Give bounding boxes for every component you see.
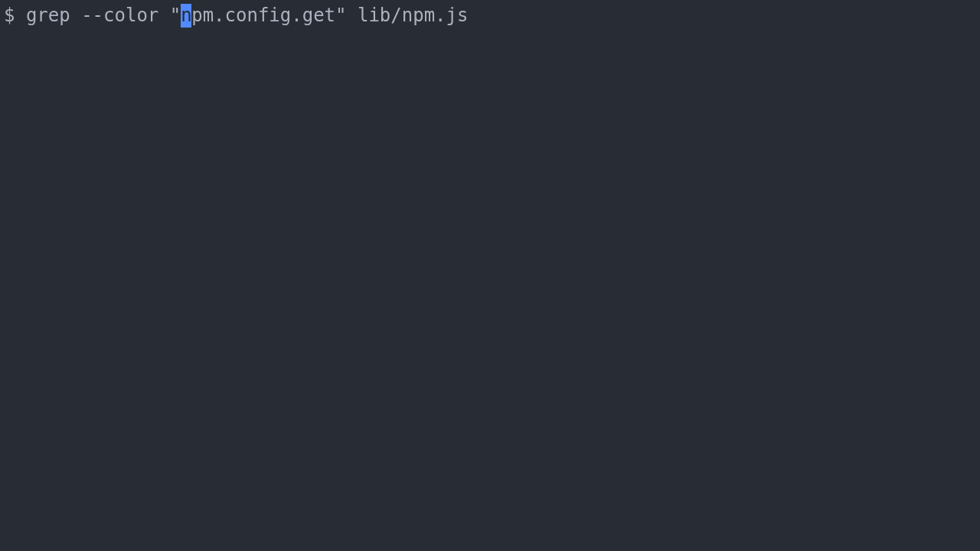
shell-prompt: $	[4, 4, 26, 28]
command-text-after: pm.config.get" lib/npm.js	[191, 4, 468, 28]
text-cursor: n	[181, 4, 191, 28]
command-line[interactable]: $ grep --color "npm.config.get" lib/npm.…	[4, 4, 976, 28]
command-text-before: grep --color "	[26, 4, 181, 28]
terminal-window[interactable]: $ grep --color "npm.config.get" lib/npm.…	[0, 0, 980, 551]
